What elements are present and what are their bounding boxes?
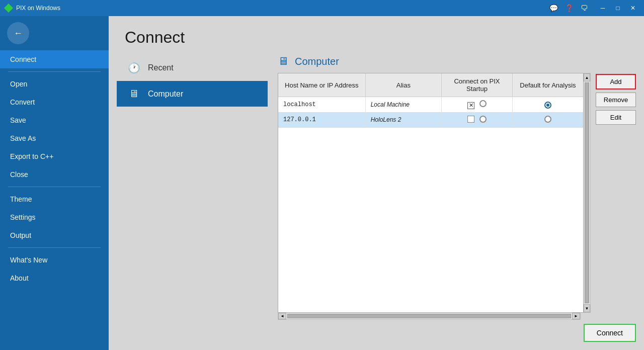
host-cell-1: localhost — [278, 97, 365, 113]
sidebar-item-convert[interactable]: Convert — [0, 93, 109, 111]
clock-icon: 🕐 — [127, 62, 141, 74]
sidebar-divider-1 — [8, 71, 101, 72]
chat-icon[interactable]: 🗨 — [579, 4, 590, 12]
computer-label: Computer — [148, 90, 183, 99]
feedback-icon[interactable]: 💬 — [547, 4, 560, 12]
scroll-right-btn[interactable]: ► — [572, 313, 580, 319]
sidebar-item-connect[interactable]: Connect — [0, 50, 109, 68]
computer-panel-header: 🖥 Computer — [278, 55, 636, 68]
right-panel: 🖥 Computer Host Name or IP Address — [268, 55, 636, 342]
action-buttons: Add Remove Edit — [596, 73, 636, 313]
connect-startup-checkbox-1[interactable]: ✕ — [467, 102, 474, 109]
remove-button[interactable]: Remove — [596, 93, 636, 107]
page-title: Connect — [125, 28, 628, 47]
sidebar-item-export-cpp[interactable]: Export to C++ — [0, 147, 109, 165]
sidebar-item-theme[interactable]: Theme — [0, 190, 109, 208]
connect-startup-cell-2[interactable] — [442, 112, 513, 127]
recent-label: Recent — [148, 63, 174, 72]
scrollbar-thumb-v[interactable] — [585, 82, 589, 303]
app-icon — [4, 4, 13, 13]
edit-button[interactable]: Edit — [596, 110, 636, 125]
sidebar-divider-3 — [8, 247, 101, 248]
maximize-button[interactable]: □ — [611, 3, 625, 14]
connect-startup-radio-2[interactable] — [479, 116, 487, 123]
connect-btn-area: Connect — [278, 324, 636, 342]
connect-startup-radio-1[interactable] — [479, 100, 487, 107]
connect-startup-checkbox-2[interactable] — [467, 116, 474, 123]
scroll-down-btn[interactable]: ▼ — [584, 304, 590, 312]
sidebar-item-about[interactable]: About — [0, 269, 109, 287]
page-header: Connect — [109, 16, 644, 55]
sidebar-item-output[interactable]: Output — [0, 226, 109, 244]
main-layout: ← Connect Open Convert Save Save As Expo… — [0, 16, 644, 350]
default-analysis-cell-2[interactable] — [512, 112, 583, 127]
sidebar: ← Connect Open Convert Save Save As Expo… — [0, 16, 109, 350]
default-analysis-cell-1[interactable] — [512, 97, 583, 113]
table-row[interactable]: 127.0.0.1 HoloLens 2 — [278, 112, 583, 127]
title-bar-extras: 💬 ❓ 🗨 — [547, 4, 590, 12]
scroll-up-btn[interactable]: ▲ — [584, 73, 590, 81]
default-analysis-radio-2[interactable] — [544, 116, 551, 123]
title-bar: PIX on Windows 💬 ❓ 🗨 ─ □ ✕ — [0, 0, 644, 16]
connect-button[interactable]: Connect — [584, 324, 636, 342]
alias-cell-1: Local Machine — [365, 97, 442, 113]
alias-cell-2: HoloLens 2 — [365, 112, 442, 127]
computer-nav-item[interactable]: 🖥 Computer — [117, 81, 268, 107]
connect-startup-cell-1[interactable]: ✕ — [442, 97, 513, 113]
connections-table: Host Name or IP Address Alias Connect on… — [278, 73, 583, 128]
content-area: Connect 🕐 Recent 🖥 Computer 🖥 Computer — [109, 16, 644, 350]
sidebar-item-save-as[interactable]: Save As — [0, 129, 109, 147]
sidebar-item-whats-new[interactable]: What's New — [0, 251, 109, 269]
col-default-analysis: Default for Analysis — [512, 73, 583, 97]
default-analysis-radio-1[interactable] — [544, 102, 551, 109]
recent-nav-item[interactable]: 🕐 Recent — [117, 55, 268, 81]
sidebar-divider-2 — [8, 187, 101, 187]
window-controls: ─ □ ✕ — [596, 3, 640, 14]
sidebar-item-save[interactable]: Save — [0, 111, 109, 129]
app-title: PIX on Windows — [16, 5, 547, 12]
col-alias: Alias — [365, 73, 442, 97]
sidebar-item-open[interactable]: Open — [0, 75, 109, 93]
left-panel: 🕐 Recent 🖥 Computer — [117, 55, 268, 342]
table-row[interactable]: localhost Local Machine ✕ — [278, 97, 583, 113]
minimize-button[interactable]: ─ — [596, 3, 610, 14]
horizontal-scrollbar[interactable]: ◄ ► — [278, 313, 581, 320]
back-button[interactable]: ← — [7, 22, 29, 44]
close-button[interactable]: ✕ — [626, 3, 640, 14]
sidebar-item-close[interactable]: Close — [0, 165, 109, 184]
scrollbar-thumb-h[interactable] — [287, 314, 571, 318]
host-cell-2: 127.0.0.1 — [278, 112, 365, 127]
help-icon[interactable]: ❓ — [563, 4, 576, 12]
scroll-left-btn[interactable]: ◄ — [278, 313, 286, 319]
vertical-scrollbar[interactable]: ▲ ▼ — [584, 73, 591, 313]
panel-computer-icon: 🖥 — [278, 55, 289, 68]
col-host: Host Name or IP Address — [278, 73, 365, 97]
add-button[interactable]: Add — [596, 74, 636, 90]
col-connect-startup: Connect on PIX Startup — [442, 73, 513, 97]
sidebar-item-settings[interactable]: Settings — [0, 208, 109, 226]
connect-panels: 🕐 Recent 🖥 Computer 🖥 Computer — [109, 55, 644, 350]
computer-icon: 🖥 — [127, 88, 141, 100]
computer-panel-title: Computer — [295, 56, 339, 67]
